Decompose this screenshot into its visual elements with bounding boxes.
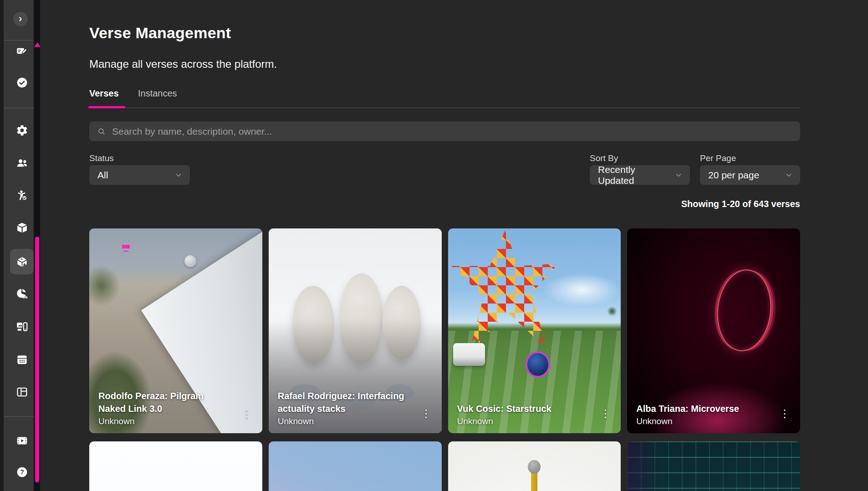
verse-card-caption: Vuk Cosic: Starstruck Unknown: [448, 402, 621, 433]
analytics-pie-icon: [16, 288, 28, 300]
page-subtitle: Manage all verses across the platform.: [89, 58, 277, 71]
status-dropdown[interactable]: All: [89, 165, 190, 185]
layout-panels-icon: [16, 386, 28, 398]
kebab-menu-icon[interactable]: ⋮: [599, 406, 612, 421]
sidebar-item-videos[interactable]: [10, 431, 34, 450]
verse-card[interactable]: [269, 441, 442, 491]
help-icon: ?: [16, 466, 28, 478]
search-bar[interactable]: [89, 121, 800, 141]
verse-card-caption: Rafael Rodriguez: Interfacing actuality …: [269, 390, 442, 433]
tab-bar: Verses Instances: [89, 88, 800, 108]
verse-card[interactable]: Vuk Cosic: Starstruck Unknown ⋮: [448, 228, 621, 433]
sidebar-item-packages[interactable]: [10, 218, 34, 237]
sidebar-item-users[interactable]: [10, 154, 34, 172]
search-icon: [97, 127, 106, 136]
sidebar-item-approvals[interactable]: [10, 73, 34, 91]
sidebar-item-verses[interactable]: [10, 249, 34, 274]
verse-card[interactable]: [89, 441, 262, 491]
search-input[interactable]: [111, 126, 792, 137]
member-check-icon: [16, 189, 28, 202]
verse-thumbnail: [448, 441, 621, 491]
settings-gear-icon: [16, 124, 28, 137]
verse-title: Alba Triana: Microverse: [636, 402, 771, 415]
sidebar-divider: [4, 108, 34, 108]
verse-title: Rafael Rodriguez: Interfacing actuality …: [278, 390, 413, 415]
per-page-label: Per Page: [700, 153, 736, 163]
kebab-menu-icon[interactable]: ⋮: [420, 406, 433, 421]
verse-thumbnail: [269, 441, 442, 491]
verse-thumbnail: [89, 441, 262, 491]
status-filter-label: Status: [89, 153, 114, 163]
sidebar-scrollbar-track[interactable]: [34, 0, 40, 491]
sidebar-item-media[interactable]: [10, 318, 34, 336]
sidebar-item-layout[interactable]: [10, 383, 34, 401]
sidebar: ?: [4, 0, 33, 491]
sidebar-item-contact-card[interactable]: [10, 42, 34, 60]
sidebar-expand-button[interactable]: [13, 12, 28, 26]
package-box-icon: [16, 222, 28, 234]
kebab-menu-icon[interactable]: ⋮: [778, 406, 791, 421]
sidebar-divider: [4, 416, 34, 417]
verse-owner: Unknown: [278, 416, 413, 426]
per-page-dropdown-value: 20 per page: [708, 170, 759, 181]
window-edge: [0, 0, 4, 491]
scroll-up-arrow-icon: [34, 42, 41, 47]
verse-card[interactable]: [627, 441, 800, 491]
media-devices-icon: [16, 321, 28, 333]
sidebar-item-calendar[interactable]: [10, 350, 34, 369]
verse-card-caption: Rodolfo Peraza: Pilgram Naked Link 3.0 U…: [89, 390, 262, 433]
verse-title: Vuk Cosic: Starstruck: [457, 402, 592, 415]
per-page-dropdown[interactable]: 20 per page: [700, 165, 800, 185]
verse-title: Rodolfo Peraza: Pilgram Naked Link 3.0: [98, 390, 233, 415]
verse-owner: Unknown: [98, 416, 233, 426]
verse-card-grid: Rodolfo Peraza: Pilgram Naked Link 3.0 U…: [89, 228, 800, 491]
results-summary: Showing 1-20 of 643 verses: [681, 199, 800, 209]
tab-verses[interactable]: Verses: [89, 88, 119, 106]
verse-owner: Unknown: [636, 416, 771, 426]
verse-thumbnail: [627, 441, 800, 491]
verse-management-screen: ? Verse Management Manage all verses acr…: [0, 0, 868, 491]
sort-by-label: Sort By: [590, 153, 618, 163]
kebab-menu-icon[interactable]: ⋮: [240, 406, 253, 421]
chevron-down-icon: [785, 171, 793, 179]
sidebar-item-analytics[interactable]: [10, 284, 34, 303]
sidebar-divider: [4, 40, 34, 40]
chevron-right-icon: [16, 15, 25, 23]
sidebar-scrollbar-thumb[interactable]: [35, 237, 39, 482]
verse-card[interactable]: Rodolfo Peraza: Pilgram Naked Link 3.0 U…: [89, 228, 262, 433]
page-title: Verse Management: [89, 24, 231, 42]
tab-instances[interactable]: Instances: [138, 88, 177, 106]
verse-card[interactable]: [448, 441, 621, 491]
verse-card-caption: Alba Triana: Microverse Unknown: [627, 402, 800, 433]
sort-by-dropdown[interactable]: Recently Updated: [590, 165, 690, 185]
chevron-down-icon: [674, 171, 683, 179]
status-dropdown-value: All: [97, 170, 108, 181]
chevron-down-icon: [174, 171, 183, 179]
verse-owner: Unknown: [457, 416, 592, 426]
sidebar-item-members[interactable]: [10, 186, 34, 204]
users-icon: [16, 157, 28, 169]
calendar-icon: [16, 354, 28, 366]
video-reel-icon: [16, 435, 28, 447]
svg-text:?: ?: [20, 468, 24, 476]
main-content: Verse Management Manage all verses acros…: [89, 0, 800, 491]
verse-cube-icon: [16, 256, 28, 268]
check-circle-icon: [16, 76, 28, 89]
sidebar-item-help[interactable]: ?: [10, 463, 34, 481]
sort-by-dropdown-value: Recently Updated: [598, 164, 670, 186]
verse-card[interactable]: Alba Triana: Microverse Unknown ⋮: [627, 228, 800, 433]
contact-card-edit-icon: [16, 45, 28, 57]
verse-card[interactable]: Rafael Rodriguez: Interfacing actuality …: [269, 228, 442, 433]
sidebar-item-settings[interactable]: [10, 121, 34, 139]
